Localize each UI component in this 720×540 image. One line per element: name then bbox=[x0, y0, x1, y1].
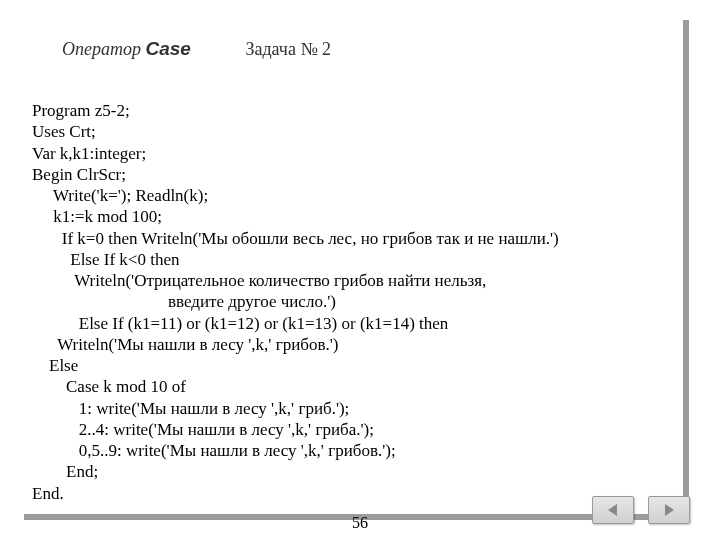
next-icon bbox=[662, 503, 676, 517]
svg-marker-1 bbox=[665, 504, 674, 516]
code-listing: Program z5-2; Uses Crt; Var k,k1:integer… bbox=[32, 100, 672, 504]
slide-header: Оператор Case Задача № 2 bbox=[62, 38, 331, 60]
next-button[interactable] bbox=[648, 496, 690, 524]
prev-button[interactable] bbox=[592, 496, 634, 524]
header-task: Задача № 2 bbox=[245, 39, 331, 59]
svg-marker-0 bbox=[608, 504, 617, 516]
nav-controls bbox=[592, 496, 690, 524]
prev-icon bbox=[606, 503, 620, 517]
header-case-keyword: Case bbox=[146, 38, 191, 59]
header-operator: Оператор bbox=[62, 39, 146, 59]
